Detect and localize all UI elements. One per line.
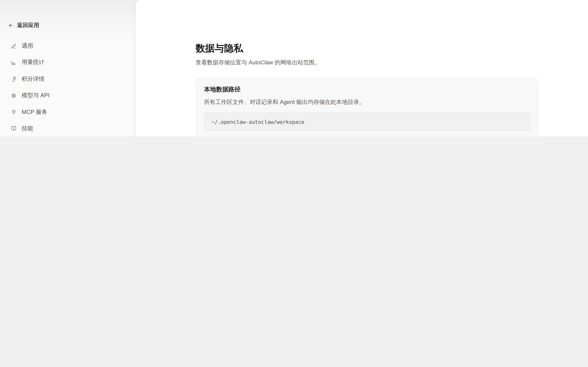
- sidebar-item-label: 模型与 API: [22, 92, 50, 99]
- sidebar-item-credits[interactable]: 积分详情: [3, 72, 133, 86]
- settings-main-panel: 数据与隐私 查看数据存储位置与 AutoClaw 的网络出站范围。 本地数据路径…: [136, 0, 588, 136]
- back-to-app-button[interactable]: 返回应用: [8, 22, 39, 29]
- sidebar-item-label: 积分详情: [22, 75, 45, 83]
- sidebar-item-skills[interactable]: 技能: [3, 121, 133, 136]
- sidebar-item-models-api[interactable]: 模型与 API: [3, 88, 133, 103]
- settings-sidebar: 返回应用 通用 用量统计 积分详情: [0, 0, 136, 136]
- sidebar-item-general[interactable]: 通用: [3, 38, 133, 53]
- workspace-path-value: ~/.openclaw-autoclaw/workspace: [211, 119, 304, 125]
- open-book-icon: [11, 125, 17, 132]
- coins-icon: [11, 76, 17, 82]
- arrow-left-icon: [8, 23, 14, 28]
- sidebar-item-mcp[interactable]: MCP 服务: [3, 105, 133, 119]
- sidebar-item-label: 用量统计: [22, 59, 45, 66]
- local-data-path-card: 本地数据路径 所有工作区文件、对话记录和 Agent 输出均存储在此本地目录。 …: [196, 78, 539, 136]
- local-data-path-description: 所有工作区文件、对话记录和 Agent 输出均存储在此本地目录。: [204, 98, 530, 106]
- data-privacy-content: 数据与隐私 查看数据存储位置与 AutoClaw 的网络出站范围。 本地数据路径…: [196, 0, 539, 136]
- page-title: 数据与隐私: [196, 0, 539, 53]
- settings-nav: 通用 用量统计 积分详情 模型与 API: [3, 38, 133, 136]
- sidebar-item-label: MCP 服务: [22, 108, 47, 116]
- page-subtitle: 查看数据存储位置与 AutoClaw 的网络出站范围。: [196, 58, 539, 66]
- plug-icon: [11, 109, 17, 115]
- chip-icon: [11, 92, 17, 99]
- pencil-icon: [11, 43, 17, 49]
- local-data-path-title: 本地数据路径: [204, 85, 530, 94]
- app-window: 返回应用 通用 用量统计 积分详情: [0, 0, 588, 136]
- back-to-app-label: 返回应用: [17, 22, 39, 29]
- sidebar-item-usage[interactable]: 用量统计: [3, 55, 133, 70]
- sidebar-item-label: 通用: [22, 42, 33, 50]
- workspace-path-field[interactable]: ~/.openclaw-autoclaw/workspace: [204, 112, 530, 131]
- sidebar-item-label: 技能: [22, 125, 33, 132]
- bar-chart-icon: [11, 59, 17, 66]
